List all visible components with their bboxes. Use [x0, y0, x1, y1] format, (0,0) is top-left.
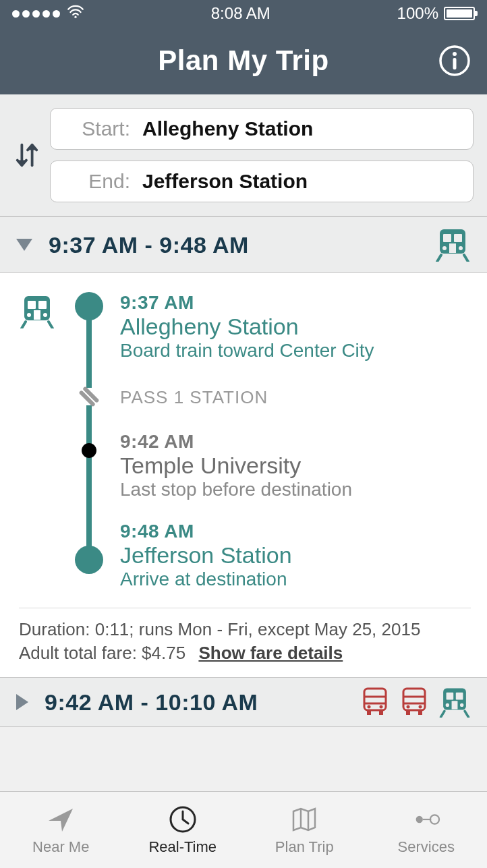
option-2-time: 9:42 AM - 10:10 AM [45, 689, 258, 716]
svg-rect-31 [447, 693, 454, 700]
option-1-time: 9:37 AM - 9:48 AM [49, 232, 249, 258]
signal-dots-icon [12, 10, 60, 18]
swap-button[interactable] [13, 139, 40, 171]
tab-near-me-label: Near Me [32, 838, 89, 856]
info-icon [438, 45, 471, 77]
stop-arrive: 9:48 AM Jefferson Station Arrive at dest… [120, 521, 471, 590]
battery-icon [444, 7, 475, 20]
svg-rect-12 [38, 301, 47, 309]
svg-rect-28 [406, 711, 410, 715]
header: Plan My Trip [0, 27, 487, 94]
chevron-right-icon [16, 694, 28, 710]
start-input[interactable]: Start: Allegheny Station [50, 108, 474, 150]
page-title: Plan My Trip [158, 45, 328, 77]
map-icon [289, 805, 319, 834]
svg-point-0 [74, 16, 76, 18]
start-label: Start: [63, 117, 130, 140]
option-1-header[interactable]: 9:37 AM - 9:48 AM [0, 216, 487, 273]
clock-icon [168, 805, 198, 834]
tab-near-me[interactable]: Near Me [0, 792, 122, 868]
svg-point-26 [407, 705, 410, 709]
svg-point-2 [453, 52, 457, 56]
svg-point-20 [380, 705, 383, 709]
option-1-modes [434, 228, 471, 262]
duration-line: Duration: 0:11; runs Mon - Fri, except M… [19, 618, 471, 641]
tab-services[interactable]: Services [366, 792, 488, 868]
show-fare-details-link[interactable]: Show fare details [198, 643, 343, 663]
info-button[interactable] [438, 45, 471, 77]
status-bar: 8:08 AM 100% [0, 0, 487, 27]
stop-depart: 9:37 AM Allegheny Station Board train to… [120, 292, 471, 361]
svg-point-38 [430, 815, 439, 823]
svg-rect-11 [28, 301, 36, 309]
svg-rect-7 [449, 243, 456, 253]
tab-bar: Near Me Real-Time Plan Trip Services [0, 791, 487, 868]
depart-time: 9:37 AM [120, 292, 471, 314]
svg-rect-33 [452, 701, 458, 709]
timeline-dot-mid [82, 443, 96, 458]
svg-rect-21 [367, 711, 371, 715]
svg-rect-5 [443, 234, 451, 242]
timeline [70, 292, 108, 589]
timeline-dot-start [75, 292, 103, 320]
status-time: 8:08 AM [211, 4, 270, 23]
chevron-down-icon [16, 239, 32, 251]
detail-mode-icon [19, 292, 58, 590]
svg-point-15 [43, 313, 47, 317]
services-icon [411, 805, 441, 834]
svg-point-34 [446, 703, 449, 707]
tab-real-time[interactable]: Real-Time [122, 792, 244, 868]
svg-rect-6 [454, 234, 462, 242]
battery-percent: 100% [397, 4, 438, 23]
svg-rect-13 [34, 310, 40, 320]
end-input[interactable]: End: Jefferson Station [50, 161, 474, 202]
arrive-time: 9:48 AM [120, 521, 471, 542]
option-1-detail: 9:37 AM Allegheny Station Board train to… [0, 273, 487, 677]
end-label: End: [63, 170, 130, 193]
svg-point-19 [368, 705, 371, 709]
tab-real-time-label: Real-Time [148, 838, 217, 856]
pass-stations-label: PASS 1 STATION [120, 387, 471, 408]
mid-sub: Last stop before destination [120, 479, 471, 500]
trip-inputs: Start: Allegheny Station End: Jefferson … [0, 94, 487, 216]
fare-line: Adult total fare: $4.75 [19, 643, 185, 663]
option-2-header[interactable]: 9:42 AM - 10:10 AM [0, 677, 487, 727]
depart-sub: Board train toward Center City [120, 340, 471, 361]
timeline-skip-icon [79, 388, 99, 405]
svg-point-8 [442, 246, 447, 250]
train-icon [19, 295, 55, 328]
tab-plan-trip-label: Plan Trip [275, 838, 334, 856]
train-icon [438, 687, 471, 718]
svg-point-9 [459, 246, 463, 250]
svg-rect-29 [418, 711, 422, 715]
arrive-name: Jefferson Station [120, 542, 471, 569]
status-right: 100% [397, 4, 475, 23]
wifi-icon [67, 4, 84, 23]
svg-point-14 [27, 313, 31, 317]
fields: Start: Allegheny Station End: Jefferson … [50, 108, 474, 202]
arrive-sub: Arrive at destination [120, 569, 471, 590]
svg-rect-22 [379, 711, 383, 715]
depart-name: Allegheny Station [120, 314, 471, 340]
stop-mid: 9:42 AM Temple University Last stop befo… [120, 431, 471, 500]
svg-point-37 [416, 815, 422, 822]
train-icon [434, 228, 471, 262]
start-value: Allegheny Station [142, 117, 313, 140]
svg-rect-32 [456, 693, 463, 700]
svg-point-27 [419, 705, 422, 709]
status-left [12, 4, 84, 23]
svg-point-35 [460, 703, 463, 707]
compass-icon [46, 805, 76, 834]
swap-icon [13, 139, 40, 171]
timeline-dot-end [75, 546, 103, 574]
end-value: Jefferson Station [142, 170, 308, 193]
bus-icon [360, 687, 390, 716]
option-2-modes [360, 687, 471, 718]
bus-icon [399, 687, 429, 716]
mid-time: 9:42 AM [120, 431, 471, 453]
mid-name: Temple University [120, 453, 471, 479]
detail-footer: Duration: 0:11; runs Mon - Fri, except M… [19, 608, 471, 665]
tab-services-label: Services [398, 838, 455, 856]
svg-rect-3 [453, 58, 457, 69]
tab-plan-trip[interactable]: Plan Trip [244, 792, 366, 868]
